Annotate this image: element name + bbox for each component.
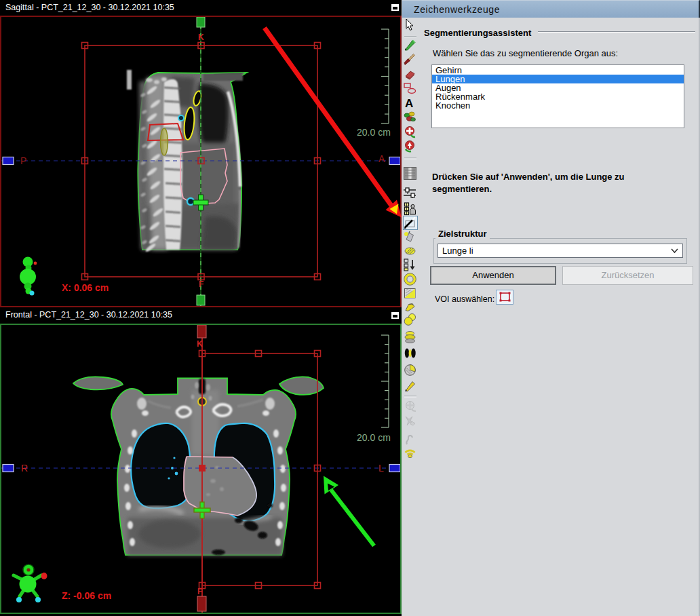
svg-text:K: K bbox=[197, 339, 203, 349]
svg-text:L: L bbox=[378, 463, 384, 474]
svg-text:P: P bbox=[20, 155, 26, 166]
svg-text:F: F bbox=[199, 280, 203, 289]
svg-text:A: A bbox=[378, 153, 385, 164]
svg-text:K: K bbox=[198, 33, 204, 42]
svg-text:X: 0.06 cm: X: 0.06 cm bbox=[62, 282, 109, 293]
svg-text:F: F bbox=[197, 587, 202, 596]
svg-text:A: A bbox=[405, 97, 413, 110]
svg-text:R: R bbox=[21, 463, 28, 474]
svg-text:20.0 cm: 20.0 cm bbox=[357, 432, 391, 443]
svg-text:Z: -0.06 cm: Z: -0.06 cm bbox=[62, 590, 111, 601]
svg-text:20.0 cm: 20.0 cm bbox=[357, 127, 391, 138]
